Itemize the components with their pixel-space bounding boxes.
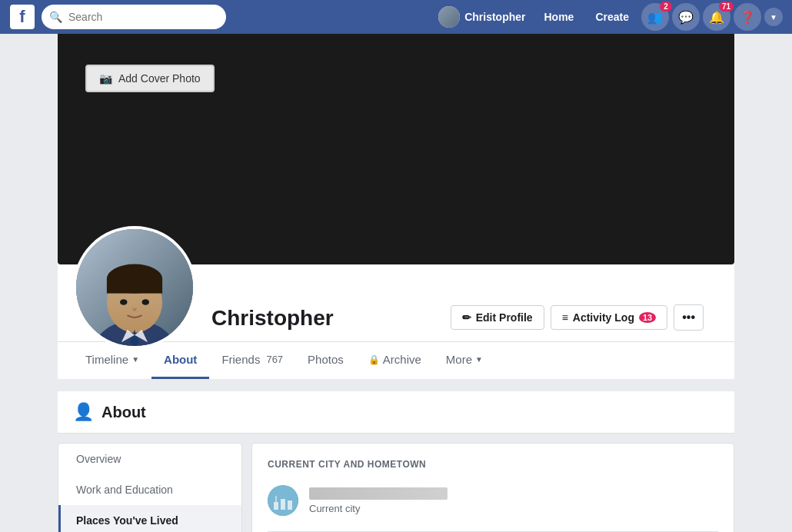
fb-icon: f bbox=[10, 5, 35, 29]
friends-badge: 2 bbox=[660, 2, 672, 12]
nav-username: Christopher bbox=[464, 11, 525, 23]
profile-photo-inner bbox=[76, 229, 193, 346]
tab-more-label: More bbox=[446, 353, 472, 366]
current-city-label: Current city bbox=[309, 503, 448, 514]
svg-rect-6 bbox=[107, 279, 162, 294]
list-icon: ≡ bbox=[562, 311, 568, 324]
profile-tabs: Timeline ▼ About Friends 767 Photos 🔒 Ar… bbox=[58, 341, 734, 379]
about-content: Overview Work and Education Places You'v… bbox=[58, 443, 734, 532]
pencil-icon: ✏ bbox=[462, 311, 471, 324]
profile-area: 📷 Add Cover Photo bbox=[58, 34, 734, 379]
more-icon: ••• bbox=[682, 311, 695, 324]
user-profile-nav[interactable]: Christopher bbox=[432, 3, 531, 31]
navbar-right: Christopher Home Create 👥 2 💬 🔔 71 ❓ ▼ bbox=[432, 3, 783, 31]
about-main: CURRENT CITY AND HOMETOWN Current city bbox=[251, 443, 734, 532]
search-input[interactable] bbox=[68, 11, 207, 23]
avatar-svg bbox=[76, 229, 193, 346]
tab-more[interactable]: More ▼ bbox=[434, 342, 495, 379]
tab-about[interactable]: About bbox=[151, 342, 209, 379]
svg-point-8 bbox=[142, 299, 150, 305]
friends-icon-btn[interactable]: 👥 2 bbox=[641, 3, 669, 31]
sidebar-item-places[interactable]: Places You've Lived bbox=[58, 505, 241, 532]
notifications-icon-btn[interactable]: 🔔 71 bbox=[703, 3, 730, 31]
about-sidebar: Overview Work and Education Places You'v… bbox=[58, 443, 242, 532]
activity-log-label: Activity Log bbox=[573, 311, 634, 324]
edit-profile-label: Edit Profile bbox=[476, 311, 533, 324]
about-title: About bbox=[101, 404, 146, 421]
current-city-icon bbox=[268, 485, 298, 516]
current-city-text: Current city bbox=[309, 487, 448, 514]
camera-icon: 📷 bbox=[99, 72, 112, 85]
current-city-section-title: CURRENT CITY AND HOMETOWN bbox=[268, 459, 718, 470]
activity-log-badge: 13 bbox=[639, 312, 656, 323]
svg-rect-16 bbox=[275, 496, 277, 502]
about-container: 👤 About Overview Work and Education Plac… bbox=[58, 379, 734, 532]
tab-friends-label: Friends bbox=[221, 353, 260, 366]
add-cover-label: Add Cover Photo bbox=[118, 72, 201, 85]
svg-rect-15 bbox=[288, 500, 292, 510]
tab-friends-count: 767 bbox=[266, 354, 283, 365]
tab-photos[interactable]: Photos bbox=[295, 342, 356, 379]
navbar: f 🔍 Christopher Home Create 👥 2 💬 🔔 71 ❓ bbox=[0, 0, 792, 34]
more-arrow-icon: ▼ bbox=[475, 355, 483, 364]
current-city-name bbox=[309, 487, 448, 500]
lock-icon: 🔒 bbox=[368, 354, 380, 365]
svg-rect-13 bbox=[274, 502, 278, 510]
tab-archive-label: Archive bbox=[383, 353, 421, 366]
person-icon: 👤 bbox=[73, 402, 94, 422]
edit-profile-btn[interactable]: ✏ Edit Profile bbox=[451, 305, 544, 330]
current-city-item: Current city bbox=[268, 479, 718, 522]
nav-avatar bbox=[438, 6, 460, 28]
about-header: 👤 About bbox=[58, 391, 734, 434]
home-nav-btn[interactable]: Home bbox=[535, 6, 584, 28]
profile-name: Christopher bbox=[211, 306, 334, 331]
messenger-icon-btn[interactable]: 💬 bbox=[672, 3, 700, 31]
activity-log-btn[interactable]: ≡ Activity Log 13 bbox=[551, 305, 668, 330]
tab-about-label: About bbox=[164, 353, 197, 366]
notifications-badge: 71 bbox=[719, 2, 734, 12]
tab-archive[interactable]: 🔒 Archive bbox=[356, 342, 434, 379]
profile-info-row: Christopher ✏ Edit Profile ≡ Activity Lo… bbox=[58, 226, 734, 341]
facebook-logo[interactable]: f bbox=[9, 4, 35, 30]
sidebar-item-work-education[interactable]: Work and Education bbox=[58, 474, 241, 505]
profile-photo bbox=[73, 226, 196, 349]
search-icon: 🔍 bbox=[49, 11, 62, 23]
timeline-arrow-icon: ▼ bbox=[131, 355, 139, 364]
create-nav-btn[interactable]: Create bbox=[586, 6, 638, 28]
tab-timeline-label: Timeline bbox=[85, 353, 128, 366]
sidebar-item-overview[interactable]: Overview bbox=[58, 444, 241, 474]
navbar-left: f 🔍 bbox=[9, 4, 432, 30]
svg-rect-14 bbox=[281, 499, 285, 510]
tab-friends[interactable]: Friends 767 bbox=[209, 342, 295, 379]
tab-photos-label: Photos bbox=[308, 353, 344, 366]
profile-action-btns: ✏ Edit Profile ≡ Activity Log 13 ••• bbox=[451, 304, 704, 331]
search-bar: 🔍 bbox=[42, 5, 226, 29]
profile-name-actions: Christopher ✏ Edit Profile ≡ Activity Lo… bbox=[196, 304, 719, 341]
svg-point-7 bbox=[120, 299, 128, 305]
nav-avatar-img bbox=[438, 6, 460, 28]
add-cover-photo-btn[interactable]: 📷 Add Cover Photo bbox=[85, 65, 215, 92]
help-icon-btn[interactable]: ❓ bbox=[734, 3, 761, 31]
more-options-btn[interactable]: ••• bbox=[674, 304, 704, 331]
nav-dropdown-btn[interactable]: ▼ bbox=[764, 8, 783, 26]
